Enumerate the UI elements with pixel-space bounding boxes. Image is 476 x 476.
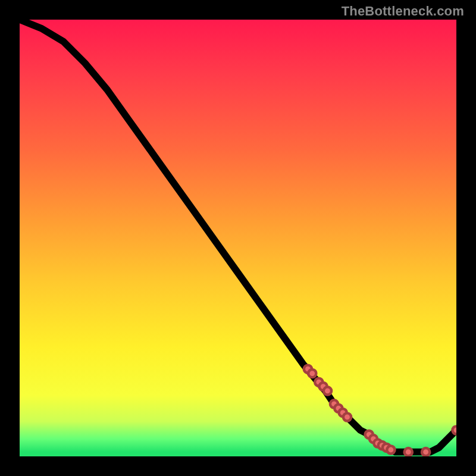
data-point-marker [308, 369, 316, 377]
data-point-marker [343, 413, 351, 421]
data-point-marker [387, 446, 394, 453]
data-point-marker [422, 448, 430, 456]
markers-group [304, 365, 456, 456]
plot-area [20, 20, 456, 456]
chart-svg [20, 20, 456, 456]
data-point-marker [324, 387, 331, 394]
watermark-label: TheBottleneck.com [342, 4, 464, 19]
data-point-marker [452, 426, 456, 434]
data-point-marker [405, 448, 412, 456]
curve-line [20, 20, 456, 452]
chart-stage: TheBottleneck.com [0, 0, 476, 476]
